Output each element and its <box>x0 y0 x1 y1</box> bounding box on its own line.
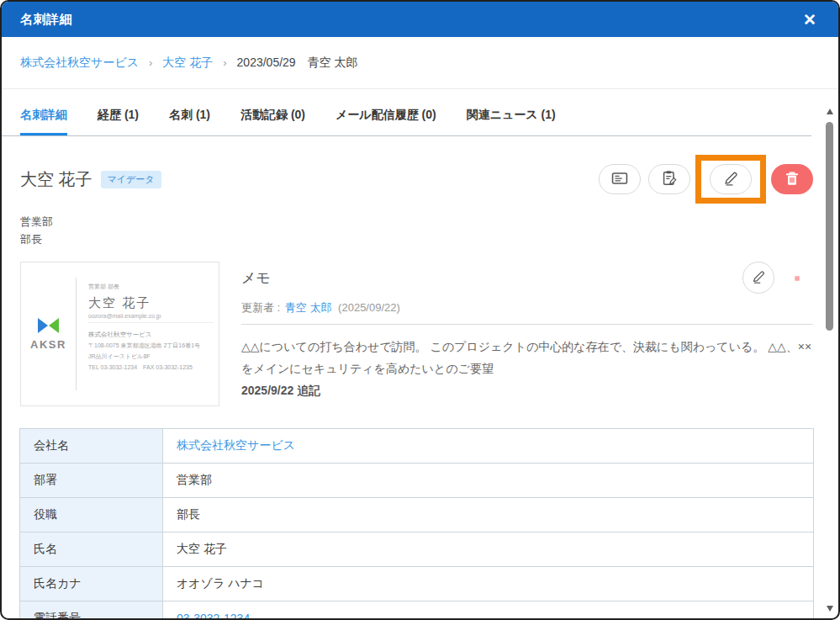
company-name-link[interactable]: 株式会社秋空サービス <box>177 438 295 452</box>
tab-card-detail[interactable]: 名刺詳細 <box>20 108 67 135</box>
breadcrumb-person-link[interactable]: 大空 花子 <box>162 56 213 71</box>
card-dept-title: 営業部 部長 <box>88 283 214 291</box>
row-value: オオゾラ ハナコ <box>163 567 814 601</box>
clipboard-edit-button[interactable] <box>648 164 690 194</box>
memo-action-buttons <box>742 262 813 294</box>
card-address-line1: 〒108-0075 東京都港区港南 2丁目16番1号 <box>88 342 214 350</box>
breadcrumb-company-link[interactable]: 株式会社秋空サービス <box>20 56 139 71</box>
trash-icon <box>789 268 806 288</box>
memo-append-line: 2025/9/22 追記 <box>241 379 813 401</box>
tab-bar: 名刺詳細 経歴 (1) 名刺 (1) 活動記録 (0) メール配信履歴 (0) … <box>2 89 811 136</box>
row-label: 会社名 <box>20 429 163 464</box>
edit-memo-button[interactable] <box>742 262 774 294</box>
person-title: 部長 <box>20 231 813 248</box>
pencil-icon <box>750 268 767 288</box>
bowtie-logo-icon <box>38 318 59 333</box>
card-company: 株式会社秋空サービス <box>88 331 214 339</box>
chevron-right-icon: › <box>223 56 226 69</box>
row-label: 氏名 <box>20 533 163 567</box>
business-card-image[interactable]: AKSR 営業部 部長 大空 花子 oozora@mail.example.co… <box>20 262 219 406</box>
clipboard-pencil-icon <box>660 169 679 190</box>
details-table: 会社名 株式会社秋空サービス 部署 営業部 役職 部長 氏名 大空 花子 氏名カ… <box>19 428 814 620</box>
pencil-icon <box>721 169 740 190</box>
memo-divider <box>241 324 813 325</box>
card-action-buttons <box>599 155 813 204</box>
row-label: 氏名カナ <box>20 567 163 601</box>
card-address-line2: JR品川イーストビル8F <box>88 352 214 361</box>
row-label: 部署 <box>20 464 163 498</box>
memo-updater-line: 更新者 : 青空 太郎 (2025/09/22) <box>241 300 813 315</box>
highlight-box <box>695 155 766 204</box>
card-tel-fax: TEL 03-3032-1234 FAX 03-3032-1235 <box>88 363 214 372</box>
phone-number-link[interactable]: 03-3032-1234 <box>177 612 250 620</box>
card-email: oozora@mail.example.co.jp <box>88 313 214 323</box>
delete-card-button[interactable] <box>771 164 813 194</box>
memo-heading: メモ <box>241 268 271 288</box>
edit-card-button[interactable] <box>710 164 752 194</box>
person-section: 大空 花子 マイデータ <box>2 136 838 248</box>
memo-updater-label: 更新者 : <box>241 301 280 314</box>
card-person-name: 大空 花子 <box>88 295 214 311</box>
row-value: 営業部 <box>163 464 814 498</box>
row-label: 電話番号 <box>20 601 163 620</box>
card-logo: AKSR <box>21 278 77 390</box>
memo-updater-name-link[interactable]: 青空 太郎 <box>285 301 332 314</box>
mydata-badge: マイデータ <box>101 171 161 188</box>
table-row: 会社名 株式会社秋空サービス <box>20 429 814 464</box>
card-text: 営業部 部長 大空 花子 oozora@mail.example.co.jp 株… <box>77 262 219 405</box>
row-value: 部長 <box>163 498 814 533</box>
card-logo-text: AKSR <box>30 338 66 351</box>
row-label: 役職 <box>20 498 163 533</box>
scrollbar-thumb[interactable] <box>826 122 833 331</box>
scroll-up-icon[interactable] <box>827 109 833 114</box>
delete-memo-button[interactable] <box>781 262 813 294</box>
memo-section: メモ 更新者 : 青空 太郎 (20 <box>241 262 813 406</box>
card-image-button[interactable] <box>599 164 641 194</box>
trash-icon <box>783 169 801 190</box>
person-name: 大空 花子 <box>20 168 92 191</box>
tab-history[interactable]: 経歴 (1) <box>98 108 139 135</box>
table-row: 役職 部長 <box>20 498 814 533</box>
modal-title: 名刺詳細 <box>20 12 72 28</box>
modal-header: 名刺詳細 ✕ <box>2 2 838 37</box>
breadcrumb-current: 2023/05/29 青空 太郎 <box>237 56 358 71</box>
table-row: 氏名 大空 花子 <box>20 533 814 567</box>
table-row: 電話番号 03-3032-1234 <box>20 601 814 620</box>
business-card-icon <box>610 169 629 190</box>
scroll-down-icon[interactable] <box>827 606 833 612</box>
row-value: 大空 花子 <box>163 533 814 567</box>
memo-body: △△についての打ち合わせで訪問。 このプロジェクトの中心的な存在で、決裁にも関わ… <box>241 336 813 379</box>
table-row: 部署 営業部 <box>20 464 814 498</box>
card-and-memo-section: AKSR 営業部 部長 大空 花子 oozora@mail.example.co… <box>2 248 838 406</box>
close-icon[interactable]: ✕ <box>800 10 820 29</box>
chevron-right-icon: › <box>149 56 152 69</box>
tab-mail-history[interactable]: メール配信履歴 (0) <box>335 108 436 135</box>
table-row: 氏名カナ オオゾラ ハナコ <box>20 567 814 601</box>
vertical-scrollbar <box>824 92 836 618</box>
tab-cards[interactable]: 名刺 (1) <box>169 108 210 135</box>
business-card-detail-modal: 名刺詳細 ✕ 株式会社秋空サービス › 大空 花子 › 2023/05/29 青… <box>0 0 840 620</box>
person-department: 営業部 <box>20 213 813 231</box>
tab-related-news[interactable]: 関連ニュース (1) <box>467 108 556 135</box>
breadcrumb: 株式会社秋空サービス › 大空 花子 › 2023/05/29 青空 太郎 <box>2 37 838 89</box>
person-department-title: 営業部 部長 <box>20 213 813 248</box>
tab-activity-log[interactable]: 活動記録 (0) <box>240 108 305 135</box>
memo-updated-date: (2025/09/22) <box>338 301 400 314</box>
